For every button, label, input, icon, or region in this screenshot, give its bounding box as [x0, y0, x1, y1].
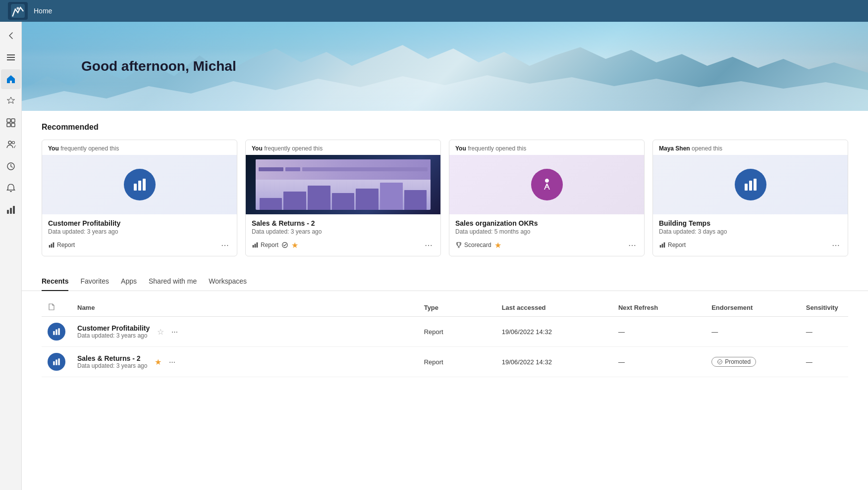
card-type-1: Report [48, 242, 75, 248]
history-nav-item[interactable] [1, 156, 21, 176]
row-1-more-button[interactable]: ⋯ [168, 326, 180, 338]
card-info-4: Building Temps Data updated: 3 days ago … [653, 214, 848, 256]
card-sales-okrs[interactable]: You frequently opened this Sales organiz… [449, 140, 645, 256]
col-sensitivity-header: Sensitivity [800, 299, 848, 317]
menu-button[interactable] [1, 48, 21, 67]
home-nav-item[interactable] [1, 69, 21, 89]
tab-shared-with-me[interactable]: Shared with me [149, 272, 197, 291]
top-bar: Home [0, 0, 868, 22]
favorites-nav-item[interactable] [1, 91, 21, 111]
main-content: Good afternoon, Michal Recommended You f… [22, 22, 868, 490]
metrics-nav-item[interactable] [1, 200, 21, 220]
svg-rect-8 [11, 123, 15, 127]
col-file-icon [42, 299, 71, 317]
row-1-name-text: Customer Profitability Data updated: 3 y… [77, 324, 150, 339]
row-1-star-button[interactable]: ☆ [155, 326, 166, 338]
sales-thumb [246, 155, 440, 214]
row-2-sub: Data updated: 3 years ago [77, 362, 147, 369]
row-1-name[interactable]: Customer Profitability [77, 324, 150, 332]
browse-nav-item[interactable] [1, 113, 21, 133]
svg-rect-7 [7, 123, 10, 127]
card-sales-returns[interactable]: You frequently opened this [245, 140, 441, 256]
app-logo[interactable] [8, 2, 28, 20]
svg-rect-4 [7, 59, 15, 60]
row-1-last-accessed: 19/06/2022 14:32 [496, 317, 612, 347]
card-info-2: Sales & Returns - 2 Data updated: 3 year… [246, 214, 440, 256]
card-more-button-2[interactable]: ⋯ [423, 239, 434, 251]
hero-greeting: Good afternoon, Michal [81, 58, 236, 74]
card-thumbnail-2 [246, 155, 440, 214]
hero-banner: Good afternoon, Michal [22, 22, 868, 111]
card-thumbnail-1 [42, 155, 237, 214]
row-2-next-refresh: — [612, 347, 705, 377]
card-name-4: Building Temps [659, 219, 842, 227]
star-icon-2: ★ [291, 241, 298, 250]
recommended-title: Recommended [42, 123, 848, 132]
svg-rect-5 [7, 119, 10, 122]
col-name-header: Name [71, 299, 418, 317]
card-meta-1: Data updated: 3 years ago [48, 228, 231, 235]
trophy-icon-3 [455, 242, 462, 248]
card-more-button-4[interactable]: ⋯ [830, 239, 842, 251]
svg-rect-36 [58, 358, 59, 365]
card-type-3: Scorecard [455, 242, 491, 248]
row-2-icon-cell [42, 347, 71, 377]
row-1-star-icon: ☆ [157, 327, 164, 337]
notifications-nav-item[interactable] [1, 178, 21, 198]
card-footer-1: Report ⋯ [48, 239, 231, 251]
row-2-icon [48, 353, 65, 371]
people-nav-item[interactable] [1, 135, 21, 154]
chart-bars [256, 180, 431, 210]
svg-rect-23 [257, 243, 258, 248]
card-meta-2: Data updated: 3 years ago [252, 228, 434, 235]
tabs-row: Recents Favorites Apps Shared with me Wo… [22, 272, 868, 291]
tab-recents[interactable]: Recents [42, 272, 68, 291]
row-2-last-accessed: 19/06/2022 14:32 [496, 347, 612, 377]
row-2-name-text: Sales & Returns - 2 Data updated: 3 year… [77, 354, 147, 369]
card-header-3: You frequently opened this [449, 140, 644, 155]
row-2-star-button[interactable]: ★ [152, 356, 164, 368]
svg-rect-34 [53, 361, 54, 365]
card-header-2: You frequently opened this [246, 140, 440, 155]
col-endorsement-header: Endorsement [705, 299, 800, 317]
tab-apps[interactable]: Apps [121, 272, 137, 291]
tab-workspaces[interactable]: Workspaces [209, 272, 247, 291]
svg-rect-21 [253, 245, 254, 247]
card-footer-2: Report ★ ⋯ [252, 239, 434, 251]
card-footer-3: Scorecard ★ ⋯ [455, 239, 638, 251]
row-1-sub: Data updated: 3 years ago [77, 332, 150, 339]
svg-rect-32 [55, 330, 57, 335]
svg-rect-13 [10, 208, 12, 214]
col-last-accessed-header: Last accessed [496, 299, 612, 317]
svg-rect-6 [11, 119, 15, 122]
card-name-3: Sales organization OKRs [455, 219, 638, 227]
card-more-button-1[interactable]: ⋯ [219, 239, 231, 251]
card-meta-3: Data updated: 5 months ago [455, 228, 638, 235]
row-2-name[interactable]: Sales & Returns - 2 [77, 354, 147, 362]
star-icon-3: ★ [494, 241, 501, 250]
svg-rect-19 [51, 244, 53, 247]
card-icon-4 [735, 169, 766, 200]
row-1-actions: ☆ ⋯ [155, 326, 180, 338]
card-info-1: Customer Profitability Data updated: 3 y… [42, 214, 237, 256]
tab-favorites[interactable]: Favorites [80, 272, 109, 291]
card-building-temps[interactable]: Maya Shen opened this Building Temps Dat… [652, 140, 848, 256]
svg-rect-12 [7, 210, 9, 214]
table-row: Customer Profitability Data updated: 3 y… [42, 317, 848, 347]
card-customer-profitability[interactable]: You frequently opened this Customer Prof… [42, 140, 237, 256]
row-2-more-button[interactable]: ⋯ [166, 356, 178, 368]
svg-rect-14 [13, 206, 15, 214]
card-type-2: Report [252, 242, 278, 248]
promoted-label: Promoted [725, 358, 751, 365]
back-button[interactable] [1, 26, 21, 46]
svg-point-1 [16, 7, 19, 9]
card-type-4: Report [659, 242, 686, 248]
card-type-icons-2: Report ★ [252, 241, 298, 250]
card-info-3: Sales organization OKRs Data updated: 5 … [449, 214, 644, 256]
table-row: Sales & Returns - 2 Data updated: 3 year… [42, 347, 848, 377]
svg-rect-28 [660, 245, 661, 247]
card-more-button-3[interactable]: ⋯ [626, 239, 638, 251]
svg-rect-27 [754, 179, 757, 191]
svg-point-10 [12, 142, 14, 144]
svg-rect-16 [138, 181, 141, 191]
